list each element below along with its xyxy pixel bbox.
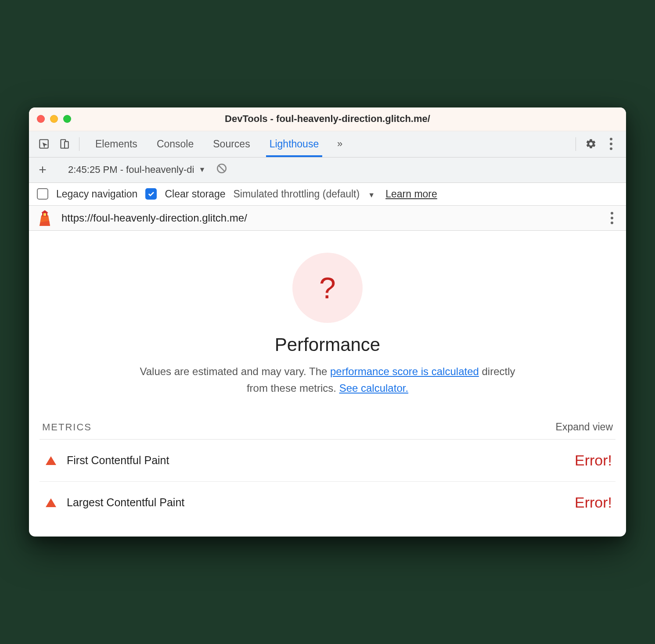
settings-gear-icon[interactable]	[582, 131, 600, 157]
metrics-heading-label: METRICS	[42, 422, 92, 433]
lighthouse-logo-icon	[37, 210, 53, 226]
expand-view-toggle[interactable]: Expand view	[556, 421, 613, 433]
tab-elements[interactable]: Elements	[86, 131, 147, 157]
panel-tabs: Elements Console Sources Lighthouse	[86, 131, 328, 157]
more-menu-kebab-icon[interactable]	[602, 131, 620, 157]
close-window-icon[interactable]	[37, 115, 45, 123]
tab-sources[interactable]: Sources	[203, 131, 259, 157]
divider	[79, 137, 79, 151]
legacy-navigation-checkbox[interactable]	[37, 188, 48, 200]
learn-more-link[interactable]: Learn more	[385, 188, 437, 200]
report-menu-kebab-icon[interactable]	[606, 212, 618, 224]
devtools-tabsbar: Elements Console Sources Lighthouse »	[29, 131, 626, 157]
more-tabs-icon[interactable]: »	[331, 131, 349, 157]
metric-name: Largest Contentful Paint	[67, 496, 184, 509]
report-url: https://foul-heavenly-direction.glitch.m…	[61, 212, 247, 224]
throttling-label: Simulated throttling (default)	[234, 188, 360, 200]
zoom-window-icon[interactable]	[63, 115, 71, 123]
lighthouse-options: Legacy navigation Clear storage Simulate…	[29, 183, 626, 206]
gauge-symbol: ?	[319, 271, 336, 305]
lighthouse-subbar: + 2:45:25 PM - foul-heavenly-di ▼	[29, 157, 626, 183]
titlebar: DevTools - foul-heavenly-direction.glitc…	[29, 107, 626, 131]
clear-report-icon[interactable]	[216, 163, 227, 177]
svg-marker-9	[41, 210, 48, 213]
metric-value: Error!	[575, 494, 612, 511]
metric-value: Error!	[575, 452, 612, 469]
tab-console[interactable]: Console	[147, 131, 203, 157]
report-urlbar: https://foul-heavenly-direction.glitch.m…	[29, 206, 626, 231]
report-selector-label: 2:45:25 PM - foul-heavenly-di	[68, 164, 194, 175]
metric-row[interactable]: Largest Contentful Paint Error!	[40, 482, 615, 523]
metric-name: First Contentful Paint	[67, 454, 169, 467]
clear-storage-checkbox[interactable]	[145, 188, 157, 200]
minimize-window-icon[interactable]	[50, 115, 58, 123]
perf-score-link[interactable]: performance score is calculated	[330, 365, 479, 377]
tab-lighthouse[interactable]: Lighthouse	[260, 131, 329, 157]
svg-rect-2	[65, 142, 68, 148]
performance-heading: Performance	[40, 334, 615, 355]
desc-text: Values are estimated and may vary. The	[140, 365, 330, 377]
devtools-window: DevTools - foul-heavenly-direction.glitc…	[29, 107, 626, 537]
report-selector[interactable]: 2:45:25 PM - foul-heavenly-di ▼	[68, 164, 205, 175]
warning-triangle-icon	[46, 498, 56, 507]
metric-row[interactable]: First Contentful Paint Error!	[40, 440, 615, 482]
throttling-select[interactable]: Simulated throttling (default) ▼	[234, 188, 375, 200]
svg-line-4	[219, 166, 225, 172]
svg-rect-8	[43, 213, 46, 216]
metrics-header: METRICS Expand view	[40, 421, 615, 440]
inspect-element-icon[interactable]	[35, 131, 53, 157]
divider	[576, 137, 576, 151]
traffic-lights	[37, 115, 71, 123]
warning-triangle-icon	[46, 456, 56, 465]
device-toolbar-icon[interactable]	[55, 131, 73, 157]
lighthouse-report: ? Performance Values are estimated and m…	[29, 231, 626, 537]
legacy-navigation-label: Legacy navigation	[56, 188, 137, 200]
window-title: DevTools - foul-heavenly-direction.glitc…	[225, 113, 430, 125]
dropdown-triangle-icon: ▼	[198, 166, 205, 174]
performance-description: Values are estimated and may vary. The p…	[130, 363, 525, 397]
dropdown-triangle-icon: ▼	[368, 191, 375, 199]
calculator-link[interactable]: See calculator.	[339, 382, 408, 394]
performance-gauge: ?	[292, 253, 363, 323]
clear-storage-label: Clear storage	[165, 188, 225, 200]
new-report-button[interactable]: +	[37, 162, 48, 177]
